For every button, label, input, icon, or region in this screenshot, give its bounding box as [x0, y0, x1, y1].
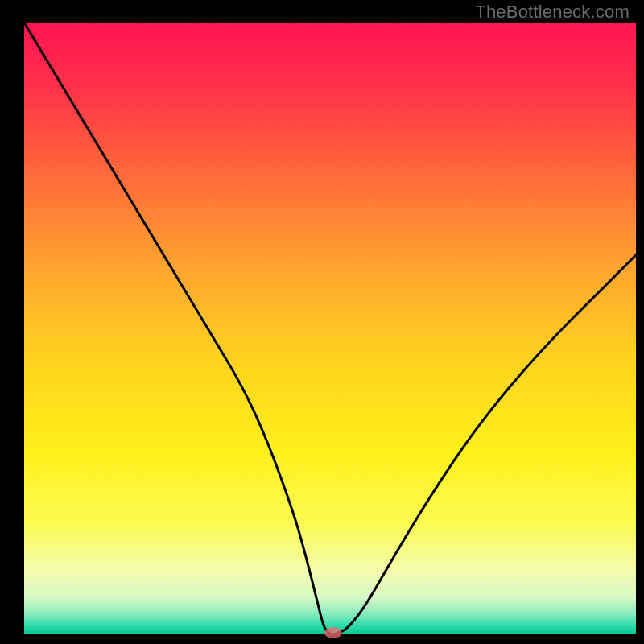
bottleneck-chart: [0, 0, 644, 644]
chart-frame: TheBottleneck.com: [0, 0, 644, 644]
plot-background: [24, 23, 636, 634]
watermark-text: TheBottleneck.com: [475, 2, 630, 23]
optimal-point-marker: [324, 627, 342, 638]
